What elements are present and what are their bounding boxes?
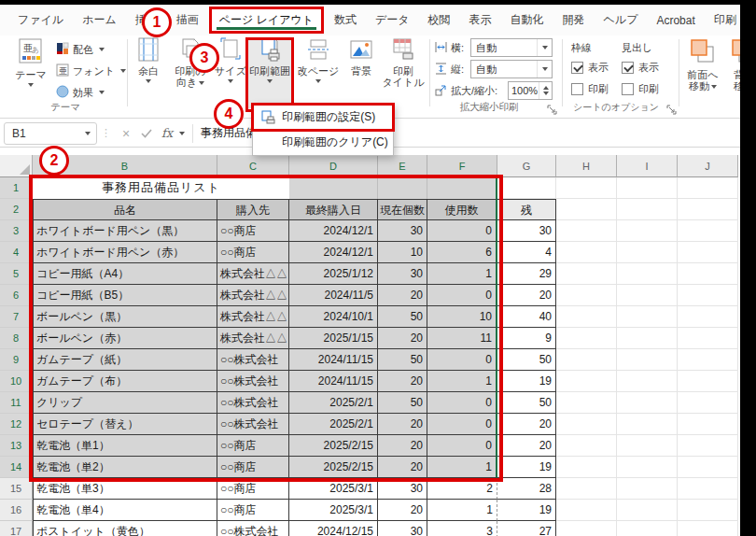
cell-used[interactable]: 1 xyxy=(427,263,497,285)
cell-supplier[interactable]: ○○商店 xyxy=(217,457,289,478)
cell-empty[interactable] xyxy=(678,263,738,285)
menu-tab-4[interactable]: ページ レイアウト xyxy=(209,7,324,34)
cell-empty[interactable] xyxy=(678,392,738,414)
col-header-J[interactable]: J xyxy=(678,155,738,177)
cell-empty[interactable] xyxy=(617,177,678,199)
cell-empty[interactable] xyxy=(678,306,738,328)
cell-empty[interactable] xyxy=(617,521,678,536)
scale-dialog-launcher-icon[interactable] xyxy=(547,102,558,113)
cell-remaining[interactable]: 50 xyxy=(497,349,556,371)
cell-empty[interactable] xyxy=(289,177,378,199)
cell-empty[interactable] xyxy=(556,220,617,242)
cell-empty[interactable] xyxy=(556,263,617,285)
cell-supplier[interactable]: 株式会社△△ xyxy=(217,263,289,285)
row-header-10[interactable]: 10 xyxy=(0,371,33,392)
headings-print-checkbox[interactable]: 印刷 xyxy=(622,82,659,96)
cell-item-name[interactable]: 乾電池（単4） xyxy=(33,500,217,521)
cell-date[interactable]: 2025/2/15 xyxy=(289,435,378,457)
cell-remaining[interactable]: 20 xyxy=(497,435,556,457)
cell-empty[interactable] xyxy=(617,435,678,457)
cell-empty[interactable] xyxy=(617,371,678,392)
header-cell-used-count[interactable]: 使用数 xyxy=(427,199,497,220)
cell-remaining[interactable]: 9 xyxy=(497,328,556,349)
cell-qty[interactable]: 30 xyxy=(378,521,427,536)
cell-empty[interactable] xyxy=(678,242,738,263)
cell-date[interactable]: 2024/12/15 xyxy=(289,521,378,536)
headings-view-checkbox[interactable]: 表示 xyxy=(622,61,659,75)
row-header-6[interactable]: 6 xyxy=(0,285,33,306)
print-area-button[interactable]: 印刷範囲 xyxy=(248,37,291,108)
cell-supplier[interactable]: ○○商店 xyxy=(217,478,289,500)
cell-empty[interactable] xyxy=(678,371,738,392)
cell-qty[interactable]: 20 xyxy=(378,500,427,521)
menu-item-set-print-area[interactable]: 印刷範囲の設定(S) xyxy=(253,105,393,130)
cell-supplier[interactable]: 株式会社△△ xyxy=(217,285,289,306)
col-header-B[interactable]: B xyxy=(33,155,217,177)
cell-empty[interactable] xyxy=(678,457,738,478)
cell-used[interactable]: 0 xyxy=(427,392,497,414)
cell-empty[interactable] xyxy=(678,328,738,349)
menu-tab-6[interactable]: データ xyxy=(367,7,418,34)
col-header-C[interactable]: C xyxy=(217,155,289,177)
col-header-D[interactable]: D xyxy=(289,155,378,177)
row-header-12[interactable]: 12 xyxy=(0,414,33,435)
row-header-16[interactable]: 16 xyxy=(0,500,33,521)
cell-used[interactable]: 11 xyxy=(427,328,497,349)
cell-date[interactable]: 2024/11/15 xyxy=(289,349,378,371)
cell-date[interactable]: 2024/10/1 xyxy=(289,306,378,328)
row-header-8[interactable]: 8 xyxy=(0,328,33,349)
cell-item-name[interactable]: ガムテープ（布） xyxy=(33,371,217,392)
cell-qty[interactable]: 50 xyxy=(378,392,427,414)
menu-tab-5[interactable]: 数式 xyxy=(326,7,365,34)
theme-effects-button[interactable]: 効果 xyxy=(56,84,105,101)
cell-empty[interactable] xyxy=(556,500,617,521)
cell-empty[interactable] xyxy=(617,457,678,478)
cell-date[interactable]: 2024/11/15 xyxy=(289,371,378,392)
cell-empty[interactable] xyxy=(678,521,738,536)
cell-item-name[interactable]: コピー用紙（A4） xyxy=(33,263,217,285)
sheet-title-cell[interactable]: 事務用品備品リスト xyxy=(33,177,289,199)
cell-used[interactable]: 0 xyxy=(427,349,497,371)
row-header-1[interactable]: 1 xyxy=(0,177,33,199)
cell-empty[interactable] xyxy=(427,177,497,199)
cell-used[interactable]: 1 xyxy=(427,500,497,521)
col-header-H[interactable]: H xyxy=(556,155,617,177)
cell-empty[interactable] xyxy=(378,177,427,199)
select-all-button[interactable] xyxy=(0,155,33,177)
cell-remaining[interactable]: 27 xyxy=(497,521,556,536)
cell-supplier[interactable]: ○○株式会社 xyxy=(217,521,289,536)
cell-remaining[interactable]: 30 xyxy=(497,220,556,242)
name-box[interactable]: B1 xyxy=(4,122,97,145)
cell-date[interactable]: 2025/1/12 xyxy=(289,263,378,285)
cell-empty[interactable] xyxy=(556,285,617,306)
header-cell-remaining[interactable]: 残 xyxy=(497,199,556,220)
cell-qty[interactable]: 20 xyxy=(378,328,427,349)
row-header-3[interactable]: 3 xyxy=(0,220,33,242)
cell-date[interactable]: 2025/1/15 xyxy=(289,328,378,349)
cell-used[interactable]: 0 xyxy=(427,435,497,457)
cell-used[interactable]: 3 xyxy=(427,521,497,536)
cell-item-name[interactable]: ボールペン（赤） xyxy=(33,328,217,349)
cell-supplier[interactable]: ○○株式会社 xyxy=(217,414,289,435)
cell-date[interactable]: 2025/3/1 xyxy=(289,500,378,521)
cell-used[interactable]: 2 xyxy=(427,478,497,500)
sheet-options-dialog-launcher-icon[interactable] xyxy=(666,102,678,113)
breaks-button[interactable]: 改ページ xyxy=(297,37,340,108)
row-header-17[interactable]: 17 xyxy=(0,521,33,536)
cell-empty[interactable] xyxy=(678,285,738,306)
menu-tab-7[interactable]: 校閲 xyxy=(420,7,459,34)
insert-function-icon[interactable]: fx xyxy=(157,126,177,140)
cell-empty[interactable] xyxy=(617,199,678,220)
cell-used[interactable]: 6 xyxy=(427,242,497,263)
cell-supplier[interactable]: ○○商店 xyxy=(217,500,289,521)
cell-qty[interactable]: 20 xyxy=(378,435,427,457)
header-cell-current-count[interactable]: 現在個数 xyxy=(378,199,427,220)
cell-remaining[interactable]: 40 xyxy=(497,306,556,328)
cell-empty[interactable] xyxy=(617,478,678,500)
cell-date[interactable]: 2025/2/1 xyxy=(289,392,378,414)
cell-empty[interactable] xyxy=(678,478,738,500)
check-icon[interactable] xyxy=(136,126,157,141)
scale-percent-input[interactable]: 100% xyxy=(508,81,553,100)
cell-remaining[interactable]: 50 xyxy=(497,392,556,414)
cell-remaining[interactable]: 20 xyxy=(497,285,556,306)
